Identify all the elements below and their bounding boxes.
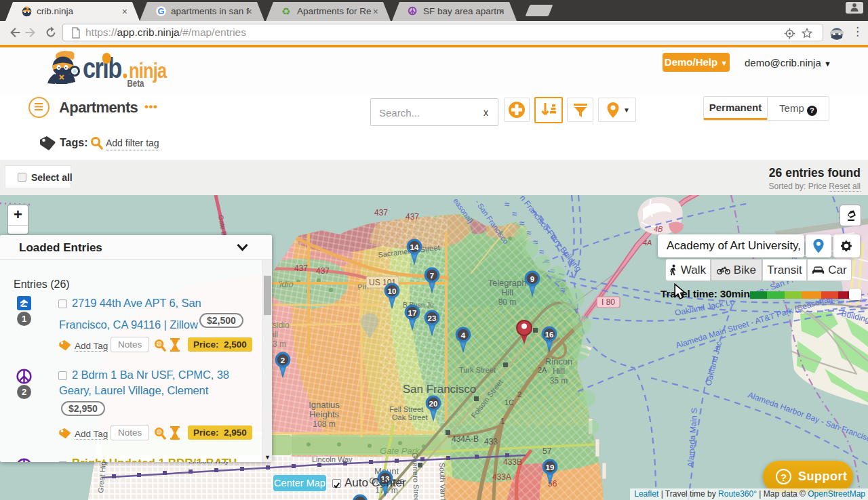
- svg-text:437: 437: [406, 212, 419, 222]
- svg-text:19: 19: [546, 463, 555, 472]
- svg-text:3 m: 3 m: [273, 339, 286, 349]
- svg-text:Rincon: Rincon: [545, 356, 572, 367]
- svg-text:2A: 2A: [538, 366, 547, 374]
- svg-text:ill: ill: [273, 330, 278, 339]
- svg-text:≈: ≈: [505, 199, 509, 209]
- svg-text:South Van Ne: South Van Ne: [438, 463, 448, 500]
- svg-text:Hill: Hill: [553, 366, 565, 376]
- svg-text:Telegraph: Telegraph: [488, 278, 526, 288]
- svg-text:Guerrero Street: Guerrero Street: [411, 453, 421, 500]
- svg-text:7: 7: [430, 272, 434, 280]
- svg-text:'idio: 'idio: [278, 279, 294, 289]
- svg-text:≈: ≈: [519, 218, 524, 228]
- svg-text:437: 437: [294, 264, 308, 273]
- svg-text:Turk Street: Turk Street: [459, 366, 496, 374]
- svg-text:≈: ≈: [512, 209, 517, 219]
- svg-text:4B: 4B: [654, 225, 663, 233]
- svg-text:20: 20: [429, 400, 438, 408]
- svg-text:437: 437: [374, 208, 388, 217]
- svg-text:433A: 433A: [492, 472, 511, 482]
- svg-text:16: 16: [545, 331, 554, 339]
- svg-text:108 m: 108 m: [313, 419, 335, 429]
- svg-text:Beta: Beta: [127, 78, 145, 89]
- svg-text:1: 1: [500, 417, 505, 426]
- svg-text:sidio: sidio: [273, 320, 290, 330]
- svg-text:90 m: 90 m: [498, 297, 517, 307]
- svg-text:Gate Park: Gate Park: [380, 446, 420, 456]
- svg-text:Lincoln Way: Lincoln Way: [312, 455, 353, 463]
- svg-text:Heights: Heights: [309, 409, 340, 419]
- svg-text:2: 2: [517, 390, 521, 398]
- svg-text:Ignatius: Ignatius: [309, 400, 340, 410]
- svg-text:433B: 433B: [503, 457, 522, 467]
- svg-text:23: 23: [428, 314, 437, 322]
- svg-text:G: G: [158, 6, 165, 16]
- svg-text:1C: 1C: [505, 398, 514, 407]
- svg-text:57: 57: [542, 446, 552, 456]
- svg-text:crib: crib: [83, 52, 121, 84]
- svg-text:433: 433: [484, 437, 498, 446]
- svg-text:I 80: I 80: [601, 297, 615, 307]
- svg-text:437: 437: [316, 266, 330, 276]
- svg-text:434A·B: 434A·B: [452, 434, 479, 444]
- svg-text:4A: 4A: [643, 238, 652, 247]
- svg-text:9: 9: [530, 275, 534, 283]
- svg-text:4: 4: [461, 331, 466, 339]
- svg-text:17: 17: [408, 309, 417, 317]
- svg-text:Hill: Hill: [501, 287, 513, 297]
- svg-text:San Francisco: San Francisco: [403, 383, 477, 396]
- svg-text:Fell Street: Fell Street: [389, 405, 423, 413]
- svg-text:Oak Street: Oak Street: [392, 413, 428, 421]
- svg-text:14: 14: [410, 243, 419, 251]
- svg-text:10: 10: [388, 287, 397, 295]
- svg-text:35 m: 35 m: [550, 376, 568, 386]
- svg-text:2: 2: [281, 356, 285, 364]
